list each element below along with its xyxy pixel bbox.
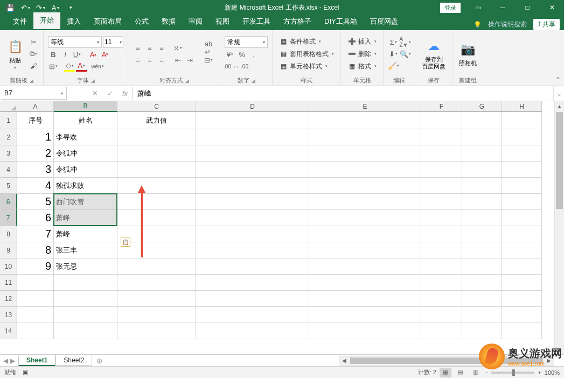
cell[interactable]: [117, 145, 196, 162]
tellme-text[interactable]: 操作说明搜索: [488, 20, 527, 29]
share-button[interactable]: ⤴ 共享: [533, 19, 560, 30]
cell[interactable]: [196, 323, 309, 339]
login-button[interactable]: 登录: [440, 3, 461, 13]
cell[interactable]: [462, 226, 502, 242]
tab-insert[interactable]: 插入: [60, 13, 87, 30]
tab-baidu[interactable]: 百度网盘: [364, 13, 405, 30]
cell[interactable]: [502, 307, 542, 323]
col-header-a[interactable]: A: [17, 101, 54, 112]
cell[interactable]: [462, 162, 502, 178]
bold-icon[interactable]: B: [48, 49, 59, 60]
cell[interactable]: 李寻欢: [54, 129, 117, 145]
cell[interactable]: [502, 178, 542, 194]
conditional-formatting-button[interactable]: ▦条件格式: [277, 36, 336, 47]
clipboard-launcher-icon[interactable]: ◢: [30, 78, 33, 83]
align-launcher-icon[interactable]: ◢: [185, 78, 189, 83]
format-painter-icon[interactable]: 🖌: [28, 60, 39, 71]
tab-page-layout[interactable]: 页面布局: [87, 13, 128, 30]
row-header-2[interactable]: 2: [0, 129, 17, 145]
delete-cells-button[interactable]: ➖删除: [345, 48, 379, 60]
cell[interactable]: [421, 307, 462, 323]
sort-filter-icon[interactable]: AZ▼: [400, 37, 410, 47]
fill-color-icon[interactable]: ◇: [64, 61, 75, 72]
cell[interactable]: [462, 178, 502, 194]
autosum-icon[interactable]: Σ: [388, 37, 399, 47]
cell[interactable]: [196, 194, 309, 210]
row-header-3[interactable]: 3: [0, 145, 17, 162]
redo-icon[interactable]: ↷: [34, 2, 46, 13]
font-size-select[interactable]: 11▾: [103, 36, 123, 48]
cell[interactable]: 令狐冲: [54, 145, 117, 162]
copy-icon[interactable]: ⧉: [28, 48, 39, 59]
cell[interactable]: [17, 323, 54, 339]
cell[interactable]: [421, 194, 462, 210]
cell[interactable]: [462, 129, 502, 145]
scroll-left-icon[interactable]: ◀: [339, 358, 349, 363]
format-as-table-button[interactable]: ▦套用表格格式: [277, 48, 336, 60]
currency-icon[interactable]: ¥: [225, 49, 235, 60]
increase-font-icon[interactable]: A▴: [88, 49, 99, 60]
tab-data[interactable]: 数据: [155, 13, 182, 30]
increase-decimal-icon[interactable]: .00→: [225, 61, 235, 72]
cell[interactable]: [502, 291, 542, 307]
cell[interactable]: [421, 226, 462, 242]
align-left-icon[interactable]: ≡: [133, 54, 143, 65]
cell[interactable]: [502, 194, 542, 210]
number-launcher-icon[interactable]: ◢: [252, 78, 255, 83]
cell[interactable]: [421, 210, 462, 226]
save-baidu-button[interactable]: ☁ 保存到 百度网盘: [420, 37, 448, 71]
increase-indent-icon[interactable]: ⇥: [184, 54, 195, 65]
select-all-corner[interactable]: [0, 101, 17, 112]
cell[interactable]: [17, 291, 54, 307]
cell[interactable]: 1: [17, 129, 54, 145]
cell[interactable]: [309, 145, 421, 162]
find-select-icon[interactable]: 🔍: [400, 48, 410, 59]
row-header-14[interactable]: 14: [0, 323, 17, 339]
cell[interactable]: [196, 210, 309, 226]
tab-home[interactable]: 开始: [33, 12, 60, 30]
clear-icon[interactable]: 🧹: [388, 60, 399, 71]
cell[interactable]: [502, 275, 542, 291]
tab-review[interactable]: 审阅: [182, 13, 209, 30]
cell[interactable]: [502, 129, 542, 145]
cell[interactable]: 序号: [17, 112, 54, 129]
cell[interactable]: [421, 162, 462, 178]
cell[interactable]: 萧峰: [54, 210, 117, 226]
cell[interactable]: 9: [17, 258, 54, 275]
font-color-qat-icon[interactable]: A: [50, 2, 61, 13]
paste-button[interactable]: 📋 粘贴 ▾: [4, 37, 26, 71]
cell[interactable]: [117, 291, 196, 307]
percent-icon[interactable]: %: [236, 49, 247, 60]
align-right-icon[interactable]: ≡: [156, 54, 167, 65]
sheet-tab-sheet1[interactable]: Sheet1: [18, 355, 55, 366]
cell[interactable]: [196, 178, 309, 194]
cell[interactable]: [462, 194, 502, 210]
cell[interactable]: [462, 112, 502, 129]
cell[interactable]: 西门吹雪: [54, 194, 117, 210]
row-header-13[interactable]: 13: [0, 307, 17, 323]
cell[interactable]: [421, 145, 462, 162]
zoom-out-icon[interactable]: −: [485, 369, 488, 376]
cell[interactable]: [54, 291, 117, 307]
zoom-in-icon[interactable]: +: [538, 369, 541, 376]
cell[interactable]: [117, 258, 196, 275]
col-header-h[interactable]: H: [502, 101, 542, 112]
cell[interactable]: [309, 162, 421, 178]
prev-sheet-icon[interactable]: ◀: [3, 357, 8, 365]
cell[interactable]: 张三丰: [54, 242, 117, 258]
cell[interactable]: [421, 291, 462, 307]
cell[interactable]: [462, 307, 502, 323]
font-name-select[interactable]: 等线▾: [48, 36, 102, 48]
decrease-indent-icon[interactable]: ⇤: [172, 54, 183, 65]
cell[interactable]: [421, 258, 462, 275]
cell[interactable]: 萧峰: [54, 226, 117, 242]
cell[interactable]: [309, 178, 421, 194]
cell[interactable]: 6: [17, 210, 54, 226]
cell[interactable]: 3: [17, 162, 54, 178]
align-middle-icon[interactable]: ≡: [144, 43, 155, 53]
col-header-f[interactable]: F: [421, 101, 462, 112]
align-center-icon[interactable]: ≡: [144, 54, 155, 65]
cell[interactable]: [421, 112, 462, 129]
cell[interactable]: [462, 323, 502, 339]
cell[interactable]: [196, 307, 309, 323]
